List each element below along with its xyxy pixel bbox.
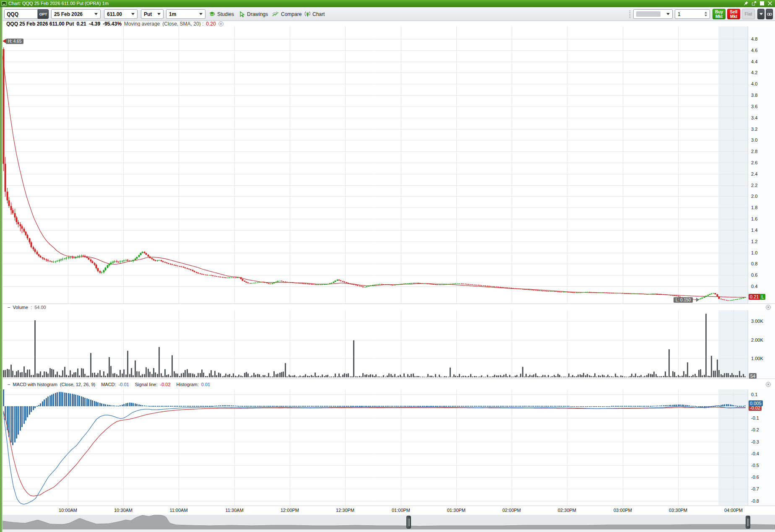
navigator-left-handle[interactable] [406, 516, 411, 529]
volume-axis-label: 3.00K [751, 319, 763, 324]
macd-chart-canvas[interactable] [0, 389, 748, 506]
sec-type-badge[interactable]: OPT [38, 9, 49, 19]
quantity-input[interactable] [678, 11, 699, 17]
volume-sep: : [31, 305, 32, 310]
spin-up-icon[interactable] [705, 12, 707, 13]
window-left-edge [0, 7, 3, 532]
studies-button[interactable]: Studies [207, 9, 236, 19]
symbol-input-wrap [4, 9, 38, 19]
macd-value-label: MACD: [101, 382, 116, 387]
study-label: Moving average [124, 21, 160, 27]
window-titlebar[interactable]: Chart: QQQ 25 Feb 2026 611.00 Put (OPRA)… [0, 0, 775, 7]
time-axis-label: 11:30AM [225, 508, 243, 513]
price-axis-label: 1.2 [751, 239, 757, 244]
remove-study-icon[interactable]: × [218, 21, 224, 26]
compare-icon [272, 11, 279, 17]
study-value: 0.20 [206, 21, 216, 27]
sell-mkt-button[interactable]: Sell Mkt [727, 9, 740, 19]
price-axis-label: 4.4 [751, 59, 757, 64]
chart-type-button[interactable]: Chart [303, 9, 326, 19]
strike-value: 611.00 [107, 11, 122, 17]
navigator-right-handle[interactable] [746, 516, 750, 529]
right-value: Put [144, 11, 152, 17]
time-axis-label: 12:00PM [281, 508, 299, 513]
signal-line-value: -0.02 [160, 382, 171, 387]
price-axis-label: 2.6 [751, 160, 757, 165]
signal-line-label: Signal line: [135, 382, 158, 387]
buy-mkt-button[interactable]: Buy Mkt [713, 9, 726, 19]
expiry-value: 25 Feb 2026 [54, 11, 83, 17]
order-options-dropdown-button[interactable] [757, 9, 765, 19]
price-axis-label: 2.4 [751, 171, 757, 176]
price-axis-label: 3.8 [751, 93, 757, 98]
price-axis-label: 3.4 [751, 115, 757, 120]
barsize-dropdown[interactable]: 1m [166, 9, 205, 19]
volume-collapse-toggle[interactable]: − [8, 305, 10, 310]
high-marker-arrow-icon [3, 39, 6, 43]
right-dropdown[interactable]: Put [141, 9, 164, 19]
chevron-down-icon [199, 13, 203, 15]
price-axis-label: 4.2 [751, 70, 757, 75]
symbol-input[interactable] [5, 10, 37, 18]
candlestick-icon [304, 11, 310, 17]
flat-button[interactable]: Flat [742, 9, 755, 19]
macd-collapse-toggle[interactable]: − [8, 382, 10, 387]
volume-chart-canvas[interactable] [0, 310, 748, 379]
chevron-down-icon [666, 13, 670, 15]
chart-header: QQQ 25 Feb 2026 611.00 Put 0.21 -4.39 -9… [0, 21, 775, 26]
account-selector[interactable] [633, 9, 673, 19]
close-volume-panel-icon[interactable]: × [766, 305, 771, 310]
chart-window: Chart: QQQ 25 Feb 2026 611.00 Put (OPRA)… [0, 0, 775, 532]
close-icon[interactable] [767, 1, 772, 6]
drawings-cursor-icon [239, 11, 245, 17]
pin-icon[interactable] [744, 1, 749, 6]
price-axis-label: 2.2 [751, 183, 757, 188]
popout-icon[interactable] [752, 1, 757, 6]
macd-axis-label: -0.7 [751, 486, 759, 491]
last-price-tag-value: 0.21 [750, 294, 759, 300]
time-axis-label: 02:30PM [558, 508, 576, 513]
macd-panel-header: − MACD with histogram (Close, 12, 26, 9)… [0, 379, 775, 389]
study-params: (Close, SMA, 20) : [162, 21, 203, 27]
last-price-tag: 0.21 L [749, 294, 765, 300]
macd-axis-label: -0.2 [751, 427, 759, 432]
close-macd-panel-icon[interactable]: × [766, 382, 771, 387]
navigator-canvas [0, 515, 775, 530]
strike-dropdown[interactable]: 611.00 [104, 9, 138, 19]
drawings-button[interactable]: Drawings [238, 9, 270, 19]
volume-axis-gutter: 1.00K2.00K3.00K [748, 310, 775, 379]
histogram-value: 0.01 [201, 382, 210, 387]
chevron-down-icon [157, 13, 161, 15]
chevron-down-icon [759, 13, 763, 15]
maximize-icon[interactable] [759, 1, 765, 6]
barsize-value: 1m [169, 11, 176, 17]
price-axis-label: 1.8 [751, 205, 757, 210]
spin-down-icon[interactable] [705, 15, 707, 16]
macd-axis-label: -0.6 [751, 475, 759, 480]
contract-description: QQQ 25 Feb 2026 611.00 Put [6, 21, 74, 27]
account-value-redacted [636, 11, 661, 17]
price-axis-gutter: 4.84.64.44.24.03.83.63.43.23.02.82.62.42… [748, 26, 775, 304]
compare-button[interactable]: Compare [270, 9, 303, 19]
macd-value: -0.01 [119, 382, 129, 387]
timeline-navigator[interactable] [0, 515, 775, 530]
price-axis-label: 4.6 [751, 48, 757, 53]
time-axis-label: 10:30AM [114, 508, 133, 513]
bottom-strip [0, 530, 775, 532]
toolbar-drag-handle[interactable] [629, 10, 631, 18]
macd-axis-label: -0.5 [751, 463, 759, 468]
price-chart-canvas[interactable] [0, 26, 748, 304]
chevron-down-icon [94, 13, 98, 15]
time-axis: 10:00AM10:30AM11:00AM11:30AM12:00PM12:30… [0, 506, 775, 515]
volume-last-tag: 54 [749, 373, 757, 379]
link-button[interactable] [766, 9, 773, 19]
expiry-dropdown[interactable]: 25 Feb 2026 [51, 9, 101, 19]
time-axis-label: 01:00PM [392, 508, 410, 513]
price-axis-label: 2.8 [751, 149, 757, 154]
chart-type-label: Chart [312, 11, 325, 17]
volume-label: Volume [13, 305, 28, 310]
volume-value: 54.00 [34, 305, 46, 310]
price-axis-label: 1.4 [751, 228, 757, 233]
price-axis-label: 0.8 [751, 261, 757, 266]
volume-panel-header: − Volume : 54.00 × [0, 304, 775, 310]
